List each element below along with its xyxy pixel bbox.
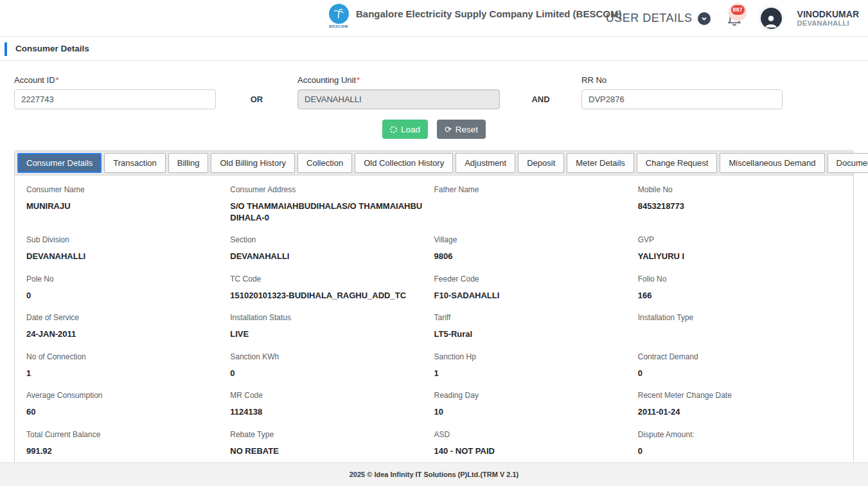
tab-collection[interactable]: Collection [297, 153, 352, 173]
consumer-details-card: Consumer DetailsTransactionBillingOld Bi… [14, 150, 854, 485]
detail-label: Sanction Hp [434, 352, 629, 361]
accounting-unit-group: Accounting Unit* [297, 75, 500, 109]
detail-label: GVP [638, 235, 833, 244]
detail-cell: ASD140 - NOT PAID [434, 422, 638, 461]
account-id-group: Account ID* [14, 75, 216, 109]
tab-bar: Consumer DetailsTransactionBillingOld Bi… [15, 151, 853, 176]
tab-change-request[interactable]: Change Request [637, 153, 718, 173]
detail-label: ASD [434, 430, 629, 439]
detail-label: Installation Type [638, 313, 833, 322]
or-label: OR [216, 75, 297, 104]
detail-value: 151020101323-BUDIHALA_RAGHU_ADD_TC [230, 290, 425, 302]
detail-cell: Consumer AddressS/O THAMMAIAHBUDIHALAS/O… [230, 177, 434, 227]
load-button-label: Load [401, 125, 420, 134]
reset-button[interactable]: ⟳ Reset [437, 120, 486, 139]
detail-label: Date of Service [26, 313, 221, 322]
footer: 2025 © Idea Infinity IT Solutions (P)Ltd… [0, 462, 868, 486]
detail-value [638, 328, 833, 339]
detail-label: Consumer Name [26, 185, 221, 194]
account-id-input[interactable] [14, 89, 216, 109]
detail-label: Rebate Type [230, 430, 425, 439]
detail-label: Folio No [638, 274, 833, 284]
tab-old-billing-history[interactable]: Old Billing History [211, 153, 295, 173]
user-details-menu[interactable]: USER DETAILS [606, 12, 711, 25]
required-asterisk: * [56, 75, 59, 85]
detail-value: 10 [434, 406, 629, 418]
detail-cell: Date of Service24-JAN-2011 [26, 305, 230, 344]
user-details-label: USER DETAILS [606, 12, 693, 25]
detail-cell: Sanction KWh0 [230, 344, 434, 383]
header-right: USER DETAILS 897 VINODKUMAR DEVANAHALLI [606, 0, 859, 37]
detail-label: Pole No [26, 274, 221, 284]
tab-adjustment[interactable]: Adjustment [456, 153, 515, 173]
tab-documents[interactable]: Documents [828, 153, 868, 173]
detail-cell: Total Current Balance991.92 [26, 422, 230, 461]
notification-count-badge: 897 [731, 5, 745, 15]
page-title: Consumer Details [15, 44, 89, 53]
detail-value: 0 [638, 446, 833, 457]
user-name: VINODKUMAR [797, 9, 859, 20]
detail-label: MR Code [230, 391, 425, 400]
detail-value: DEVANAHALLI [230, 251, 425, 262]
detail-label: Reading Day [434, 391, 629, 400]
detail-label: Total Current Balance [26, 430, 221, 439]
detail-value: 24-JAN-2011 [26, 328, 221, 340]
detail-label: Installation Status [230, 313, 425, 322]
avatar[interactable] [761, 8, 782, 29]
tab-consumer-details[interactable]: Consumer Details [17, 153, 102, 173]
detail-cell: Village9806 [434, 227, 638, 266]
detail-label: Contract Demand [638, 352, 833, 361]
detail-value: 1 [26, 368, 221, 379]
detail-label: Average Consumption [26, 391, 221, 400]
detail-cell: GVPYALIYURU I [638, 227, 842, 266]
detail-cell: Folio No166 [638, 266, 842, 305]
detail-value: MUNIRAJU [26, 201, 221, 212]
detail-value: 1 [434, 368, 629, 379]
logo-word: BESCOM [329, 24, 348, 28]
detail-label: Sub Division [26, 235, 221, 244]
detail-cell: Installation Type [638, 305, 842, 344]
reset-button-label: Reset [456, 125, 478, 134]
rr-no-label: RR No [581, 75, 783, 85]
detail-value: 166 [638, 290, 833, 302]
detail-value: 2011-01-24 [638, 406, 833, 418]
detail-cell: Installation StatusLIVE [230, 305, 434, 344]
detail-value: DEVANAHALLI [26, 251, 221, 262]
detail-cell: Rebate TypeNO REBATE [230, 422, 434, 461]
tab-miscellaneous-demand[interactable]: Miscellaneous Demand [720, 153, 824, 173]
notifications-button[interactable]: 897 [726, 10, 745, 32]
spinner-icon [390, 126, 397, 133]
app-title: Bangalore Electricity Supply Company Lim… [356, 8, 621, 19]
detail-value: 0 [230, 368, 425, 379]
tab-deposit[interactable]: Deposit [518, 153, 564, 173]
user-location: DEVANAHALLI [797, 19, 859, 28]
section-title-row: Consumer Details [0, 37, 868, 61]
load-button[interactable]: Load [382, 120, 428, 139]
accounting-unit-input[interactable] [297, 89, 500, 109]
detail-cell: Feeder CodeF10-SADAHALLI [434, 266, 638, 305]
required-asterisk: * [357, 75, 360, 85]
detail-cell: Sanction Hp1 [434, 344, 638, 383]
tab-billing[interactable]: Billing [168, 153, 209, 173]
detail-value: F10-SADAHALLI [434, 290, 629, 302]
detail-label: Father Name [434, 185, 629, 194]
detail-label: Dispute Amount: [638, 430, 833, 439]
detail-value [434, 201, 629, 211]
rr-no-input[interactable] [581, 89, 783, 109]
detail-value: 60 [26, 406, 221, 418]
detail-cell: Reading Day10 [434, 382, 638, 422]
detail-cell: Recent Meter Change Date2011-01-24 [638, 382, 842, 422]
detail-cell: Pole No0 [26, 266, 230, 305]
and-label: AND [500, 75, 581, 104]
detail-cell: Contract Demand0 [638, 344, 842, 383]
chevron-down-icon[interactable] [698, 12, 711, 25]
logo-circle [329, 4, 349, 24]
detail-value: 140 - NOT PAID [434, 446, 629, 457]
detail-cell: Consumer NameMUNIRAJU [26, 177, 230, 227]
tab-transaction[interactable]: Transaction [104, 153, 165, 173]
tab-old-collection-history[interactable]: Old Collection History [355, 153, 453, 173]
detail-label: Tariff [434, 313, 629, 322]
tab-meter-details[interactable]: Meter Details [567, 153, 634, 173]
detail-value: NO REBATE [230, 446, 425, 457]
detail-label: Feeder Code [434, 274, 629, 284]
